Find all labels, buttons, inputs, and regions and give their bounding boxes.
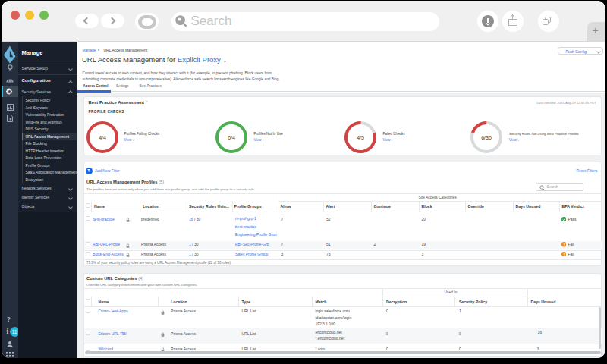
svg-text:4/4: 4/4 (99, 135, 106, 140)
svg-text:0/4: 0/4 (228, 135, 235, 140)
svg-text:6/30: 6/30 (481, 135, 492, 140)
svg-text:4/5: 4/5 (357, 135, 364, 140)
